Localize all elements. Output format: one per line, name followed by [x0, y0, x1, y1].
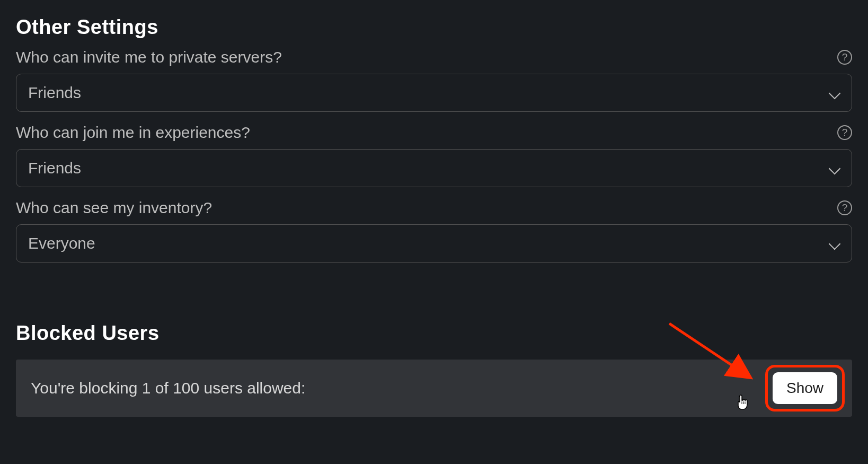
blocked-users-bar: You're blocking 1 of 100 users allowed: …	[16, 360, 852, 417]
section-spacer	[16, 274, 852, 322]
dropdown-private-servers[interactable]: Friends	[16, 74, 852, 112]
chevron-down-icon	[828, 162, 840, 174]
blocked-users-heading: Blocked Users	[16, 322, 852, 345]
help-icon[interactable]: ?	[837, 200, 852, 215]
show-button[interactable]: Show	[773, 372, 837, 404]
dropdown-join-experiences[interactable]: Friends	[16, 149, 852, 187]
setting-join-experiences: Who can join me in experiences? ? Friend…	[16, 124, 852, 187]
setting-label: Who can see my inventory?	[16, 199, 212, 217]
dropdown-inventory[interactable]: Everyone	[16, 224, 852, 262]
setting-label: Who can join me in experiences?	[16, 124, 250, 142]
chevron-down-icon	[828, 87, 840, 99]
setting-inventory: Who can see my inventory? ? Everyone	[16, 199, 852, 262]
dropdown-value: Friends	[28, 84, 81, 102]
dropdown-value: Everyone	[28, 234, 95, 252]
dropdown-value: Friends	[28, 159, 81, 177]
help-icon[interactable]: ?	[837, 125, 852, 140]
setting-label: Who can invite me to private servers?	[16, 48, 282, 66]
show-button-wrap: Show	[773, 372, 837, 404]
help-icon[interactable]: ?	[837, 50, 852, 65]
chevron-down-icon	[828, 238, 840, 249]
blocked-users-status: You're blocking 1 of 100 users allowed:	[31, 379, 305, 397]
setting-label-row: Who can join me in experiences? ?	[16, 124, 852, 142]
setting-private-servers: Who can invite me to private servers? ? …	[16, 48, 852, 112]
setting-label-row: Who can see my inventory? ?	[16, 199, 852, 217]
setting-label-row: Who can invite me to private servers? ?	[16, 48, 852, 66]
other-settings-heading: Other Settings	[16, 16, 852, 39]
